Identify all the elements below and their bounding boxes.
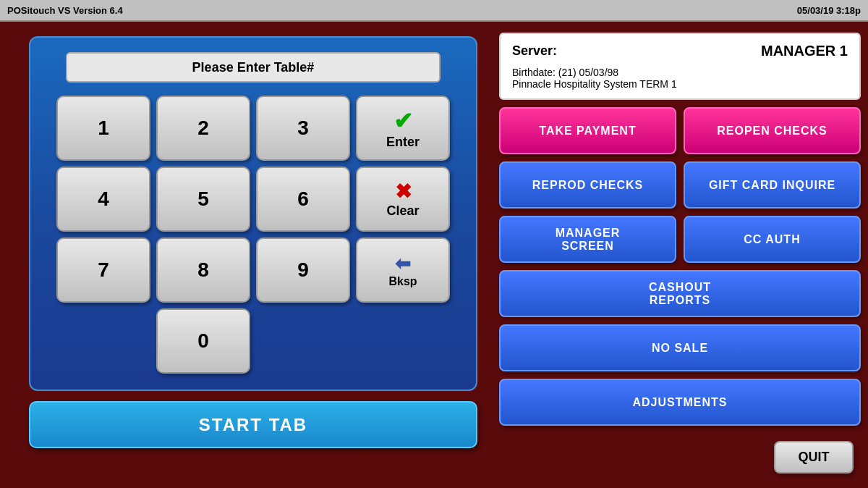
num-7-button[interactable]: 7 [56,237,150,303]
num-8-button[interactable]: 8 [156,237,250,303]
enter-label: Enter [386,135,420,150]
titlebar: POSitouch VS Version 6.4 05/03/19 3:18p [0,0,868,22]
num-2-button[interactable]: 2 [156,96,250,161]
birthdate-line: Birthdate: (21) 05/03/98 [512,67,848,78]
cashout-reports-label: CASHOUT REPORTS [649,281,711,307]
start-tab-label: START TAB [199,415,307,435]
num-3-button[interactable]: 3 [256,96,350,161]
server-info-row: Server: MANAGER 1 [512,43,848,59]
reopen-checks-button[interactable]: REOPEN CHECKS [684,107,861,154]
action-row-3: MANAGER SCREEN CC AUTH [499,216,861,263]
action-row-6: ADJUSTMENTS [499,379,861,426]
server-details: Birthdate: (21) 05/03/98 Pinnacle Hospit… [512,67,848,90]
num-1-button[interactable]: 1 [56,96,150,161]
system-line: Pinnacle Hospitality System TERM 1 [512,78,848,90]
table-number-display: Please Enter Table# [66,52,441,83]
action-row-5: NO SALE [499,324,861,371]
x-icon: ✖ [395,180,412,203]
cc-auth-button[interactable]: CC AUTH [684,216,861,263]
action-row-4: CASHOUT REPORTS [499,270,861,317]
num-0-button[interactable]: 0 [156,308,250,374]
table-prompt: Please Enter Table# [192,60,315,75]
right-panel: Server: MANAGER 1 Birthdate: (21) 05/03/… [499,33,861,426]
manager-screen-button[interactable]: MANAGER SCREEN [499,216,676,263]
reprod-checks-button[interactable]: REPROD CHECKS [499,161,676,209]
manager-screen-label: MANAGER SCREEN [556,227,621,253]
action-row-2: REPROD CHECKS GIFT CARD INQUIRE [499,161,861,209]
server-label: Server: [512,43,557,59]
checkmark-icon: ✔ [393,107,413,135]
numpad-panel: Please Enter Table# 1 2 3 ✔ Enter 4 5 6 … [29,36,477,391]
action-row-1: TAKE PAYMENT REOPEN CHECKS [499,107,861,154]
quit-label: QUIT [799,450,830,465]
server-info-box: Server: MANAGER 1 Birthdate: (21) 05/03/… [499,33,861,100]
numpad-grid: 1 2 3 ✔ Enter 4 5 6 ✖ Clear 7 8 9 ⬅ Bksp… [56,96,450,374]
enter-button[interactable]: ✔ Enter [356,96,450,161]
num-4-button[interactable]: 4 [56,167,150,232]
backspace-icon: ⬅ [395,253,411,275]
gift-card-inquire-button[interactable]: GIFT CARD INQUIRE [684,161,861,209]
app-title: POSitouch VS Version 6.4 [7,5,123,16]
datetime: 05/03/19 3:18p [797,5,861,16]
num-6-button[interactable]: 6 [256,167,350,232]
clear-label: Clear [386,203,419,219]
num-9-button[interactable]: 9 [256,237,350,303]
num-5-button[interactable]: 5 [156,167,250,232]
cashout-reports-button[interactable]: CASHOUT REPORTS [499,270,861,317]
backspace-button[interactable]: ⬅ Bksp [356,237,450,303]
server-name: MANAGER 1 [761,43,848,59]
bksp-label: Bksp [388,275,417,288]
adjustments-button[interactable]: ADJUSTMENTS [499,379,861,426]
take-payment-button[interactable]: TAKE PAYMENT [499,107,676,154]
no-sale-button[interactable]: NO SALE [499,324,861,371]
clear-button[interactable]: ✖ Clear [356,167,450,232]
quit-button[interactable]: QUIT [774,441,854,474]
start-tab-button[interactable]: START TAB [29,401,477,448]
